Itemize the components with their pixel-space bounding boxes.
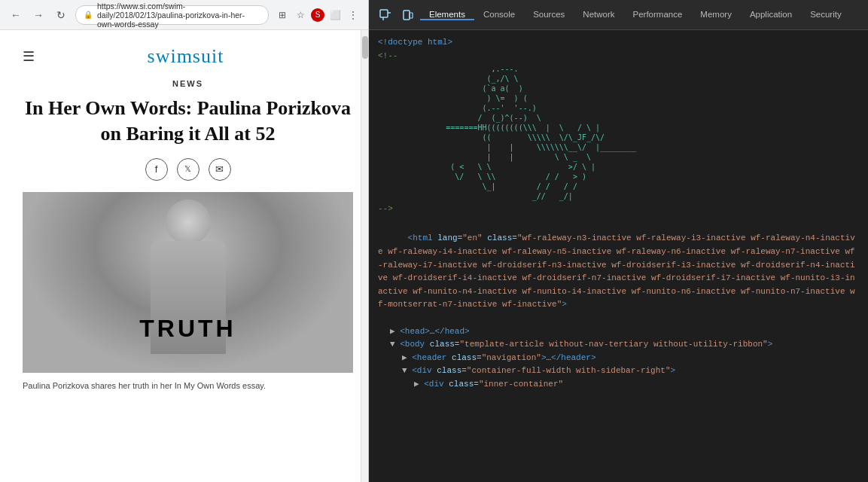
- social-icons: f 𝕏 ✉: [23, 158, 353, 181]
- twitter-share-button[interactable]: 𝕏: [177, 158, 199, 181]
- website-panel: ← → ↻ 🔒 https://www.si.com/swim-daily/20…: [0, 0, 369, 482]
- inner-toggle[interactable]: ▶: [414, 380, 419, 389]
- svg-rect-0: [380, 10, 388, 17]
- url-text: https://www.si.com/swim-daily/2018/02/13…: [97, 2, 260, 29]
- url-bar[interactable]: 🔒 https://www.si.com/swim-daily/2018/02/…: [75, 5, 269, 25]
- article-title: In Her Own Words: Paulina Porizkova on B…: [23, 96, 353, 147]
- ascii-art-content: ,.---. (_,/\ \ (`a a( ) ) \= ) ( (.--' '…: [378, 64, 859, 201]
- html-open-line: <html lang="en" class="wf-raleway-n3-ina…: [378, 219, 859, 325]
- menu-button[interactable]: ⋮: [346, 8, 361, 23]
- body-line[interactable]: ▼ <body class="template-article without-…: [378, 338, 859, 352]
- news-badge: NEWS: [23, 79, 353, 88]
- head-toggle[interactable]: ▶: [390, 327, 395, 336]
- extensions-button[interactable]: ⊞: [275, 8, 290, 23]
- website-content: ☰ swimsuit NEWS In Her Own Words: Paulin…: [0, 30, 368, 482]
- tab-elements[interactable]: Elements: [420, 10, 474, 20]
- tab-sources[interactable]: Sources: [524, 10, 574, 20]
- site-header: ☰ swimsuit: [23, 45, 353, 68]
- inner-container-line[interactable]: ▶ <div class="inner-container": [378, 378, 859, 392]
- tab-performance[interactable]: Performance: [624, 10, 692, 20]
- svg-rect-4: [410, 13, 413, 18]
- browser-bar: ← → ↻ 🔒 https://www.si.com/swim-daily/20…: [0, 0, 368, 30]
- facebook-share-button[interactable]: f: [145, 158, 168, 181]
- comment-open-text: <!--: [378, 51, 397, 60]
- comment-open-line: <!--: [378, 50, 859, 63]
- refresh-button[interactable]: ↻: [53, 7, 69, 23]
- scrollbar[interactable]: [361, 30, 368, 482]
- comment-close-line: -->: [378, 203, 859, 216]
- tab-network[interactable]: Network: [574, 10, 623, 20]
- body-toggle[interactable]: ▼: [390, 340, 395, 349]
- article-caption: Paulina Porizkova shares her truth in he…: [23, 380, 353, 392]
- tab-security[interactable]: Security: [801, 10, 851, 20]
- header-line[interactable]: ▶ <header class="navigation">…</header>: [378, 352, 859, 365]
- ascii-art-block: ,.---. (_,/\ \ (`a a( ) ) \= ) ( (.--' '…: [378, 64, 859, 201]
- email-share-button[interactable]: ✉: [209, 158, 231, 181]
- svg-rect-3: [404, 11, 410, 20]
- tab-application[interactable]: Application: [741, 10, 801, 20]
- header-toggle[interactable]: ▶: [402, 353, 407, 362]
- inspect-element-button[interactable]: [375, 5, 396, 26]
- article-photo: [23, 192, 353, 373]
- tab-memory[interactable]: Memory: [691, 10, 741, 20]
- comment-close-text: -->: [378, 204, 393, 213]
- devtools-toolbar: Elements Console Sources Network Perform…: [369, 0, 868, 30]
- site-logo: swimsuit: [148, 45, 224, 68]
- devtools-tabs: Elements Console Sources Network Perform…: [420, 10, 862, 20]
- doctype-line: <!doctype html>: [378, 36, 859, 50]
- browser-actions: ⊞ ☆ S ⬜ ⋮: [275, 8, 361, 23]
- forward-button[interactable]: →: [30, 7, 47, 23]
- profile-button[interactable]: S: [311, 8, 324, 22]
- head-line[interactable]: ▶ <head>…</head>: [378, 325, 859, 339]
- lock-icon: 🔒: [84, 11, 93, 19]
- tab-console[interactable]: Console: [474, 10, 524, 20]
- doctype-text: <!doctype html>: [378, 38, 452, 47]
- back-button[interactable]: ←: [8, 7, 24, 23]
- container-line[interactable]: ▼ <div class="container-full-width with-…: [378, 365, 859, 378]
- bookmark-button[interactable]: ☆: [293, 8, 308, 23]
- truth-text: TRUTH: [139, 315, 236, 343]
- device-toggle-button[interactable]: [397, 5, 419, 26]
- devtools-panel: Elements Console Sources Network Perform…: [369, 0, 868, 482]
- hamburger-icon[interactable]: ☰: [23, 48, 35, 65]
- container-toggle[interactable]: ▼: [402, 366, 407, 375]
- extensions2-button[interactable]: ⬜: [327, 8, 343, 23]
- article-image: TRUTH: [23, 192, 353, 373]
- devtools-content[interactable]: <!doctype html> <!-- ,.---. (_,/\ \ (`a …: [369, 30, 868, 482]
